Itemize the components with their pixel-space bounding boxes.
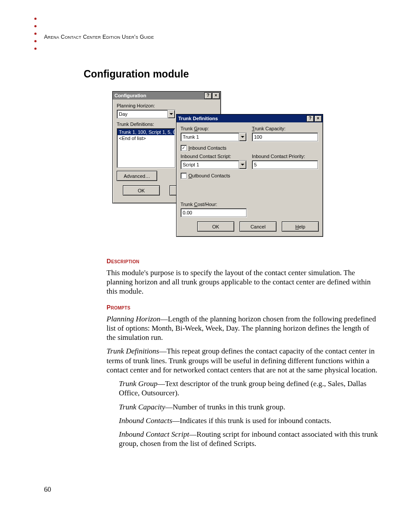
close-icon[interactable]: × [314,115,322,122]
configuration-title: Configuration [114,93,204,98]
ok-button[interactable]: OK [197,221,234,232]
advanced-button[interactable]: Advanced… [117,171,157,181]
ok-button[interactable]: OK [123,185,160,195]
help-icon[interactable]: ? [204,92,212,99]
checkbox-icon [181,173,187,179]
prompt-trunk-capacity: Trunk Capacity—Number of trunks in this … [119,402,379,412]
trunk-definitions-dialog: Trunk Definitions ? × Trunk Group: Trunk… [176,114,323,237]
trunk-capacity-label: Trunk Capacity: [252,126,319,131]
inbound-priority-input[interactable]: 5 [252,160,318,169]
section-heading: Configuration module [84,68,189,80]
planning-horizon-label: Planning Horizon: [117,103,217,108]
chevron-down-icon[interactable] [167,110,175,118]
trunk-definitions-titlebar: Trunk Definitions ? × [177,114,323,122]
prompts-heading: Prompts [107,304,379,312]
trunk-definitions-title: Trunk Definitions [178,116,306,121]
prompt-inbound-script: Inbound Contact Script—Routing script fo… [119,430,379,449]
list-item[interactable]: Trunk 1, 100, Script 1, 5, 0.0 [118,129,174,135]
description-text: This module's purpose is to specify the … [107,268,379,296]
outbound-contacts-label: Outbound Contacts [188,173,230,178]
inbound-priority-label: Inbound Contact Priority: [252,154,319,159]
running-head: Arena Contact Center Edition User's Guid… [44,34,154,40]
chevron-down-icon[interactable] [239,133,246,141]
margin-dots [34,18,37,50]
description-heading: Description [107,258,379,265]
trunk-definitions-listbox[interactable]: Trunk 1, 100, Script 1, 5, 0.0 <End of l… [117,128,175,168]
inbound-script-combo[interactable]: Script 1 [181,160,247,169]
configuration-titlebar: Configuration ? × [113,92,221,99]
trunk-group-label: Trunk Group: [181,126,247,131]
help-icon[interactable]: ? [306,115,314,122]
inbound-script-label: Inbound Contact Script: [181,154,247,159]
planning-horizon-value: Day [117,111,167,117]
prompt-trunk-definitions: Trunk Definitions—This repeat group defi… [107,346,379,375]
trunk-cost-value: 0.00 [183,210,192,215]
chevron-down-icon[interactable] [239,161,246,169]
trunk-group-value: Trunk 1 [181,134,239,140]
list-item[interactable]: <End of list> [118,135,174,141]
checkbox-icon: ✓ [181,145,187,151]
prompt-planning-horizon: Planning Horizon—Length of the planning … [107,314,379,343]
help-button[interactable]: Help [282,221,319,232]
planning-horizon-combo[interactable]: Day [117,110,175,118]
inbound-priority-value: 5 [254,162,257,167]
prompt-trunk-group: Trunk Group—Text descriptor of the trunk… [119,379,379,398]
close-icon[interactable]: × [212,92,220,99]
inbound-contacts-checkbox[interactable]: ✓ Inbound Contacts [181,145,226,151]
trunk-cost-input[interactable]: 0.00 [181,208,247,217]
inbound-script-value: Script 1 [181,162,239,167]
page-number: 60 [44,486,51,494]
trunk-cost-label: Trunk Cost/Hour: [181,202,319,207]
cancel-button[interactable]: Cancel [239,221,276,232]
trunk-capacity-value: 100 [254,134,262,140]
outbound-contacts-checkbox[interactable]: Outbound Contacts [181,173,230,179]
trunk-group-combo[interactable]: Trunk 1 [181,133,247,141]
trunk-capacity-input[interactable]: 100 [252,133,318,141]
prompt-inbound-contacts: Inbound Contacts—Indicates if this trunk… [119,416,379,425]
inbound-contacts-label: Inbound Contacts [188,145,226,151]
running-head-text: Arena Contact Center Edition User's Guid… [44,34,154,40]
